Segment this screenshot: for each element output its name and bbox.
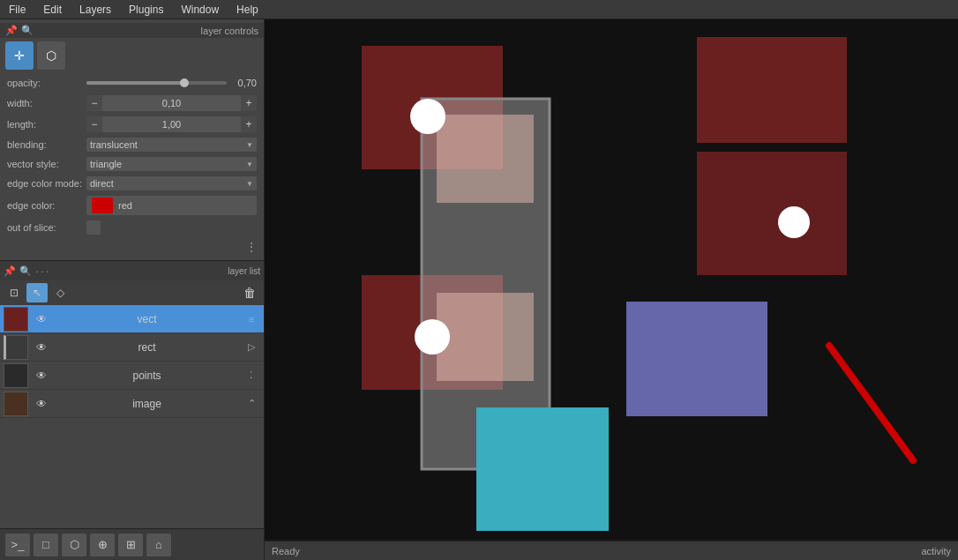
layers-container: 👁 vect ≡ 👁 rect ▷ 👁 points ⁚ [0,305,264,528]
canvas-area[interactable]: Ready activity [265,19,958,560]
edge-color-mode-row: edge color mode: direct colormap ▼ [0,174,264,193]
cursor-tool-button[interactable]: ↖ [26,283,48,302]
status-bar: Ready activity [265,541,958,560]
layer-list-section: 📌 🔍 ··· layer list ⊡ ↖ ◇ 🗑 👁 vect [0,260,264,560]
controls-dots-area: ⋮ [0,237,264,257]
width-decrement-button[interactable]: − [86,95,102,111]
status-activity: activity [921,546,951,556]
layer-name-rect: rect [51,341,243,354]
length-decrement-button[interactable]: − [86,116,102,132]
layer-item-vect[interactable]: 👁 vect ≡ [0,305,264,333]
list-pin-icon[interactable]: 📌 [4,265,16,277]
menu-help[interactable]: Help [228,2,267,18]
out-of-slice-row: out of slice: [0,218,264,237]
move-tool-button[interactable]: ✛ [5,41,34,70]
menu-window[interactable]: Window [172,2,228,18]
edge-color-picker[interactable]: red [86,196,257,215]
layer-type-icon-points: ⁚ [243,367,260,385]
svg-rect-3 [697,152,847,275]
opacity-slider-track[interactable] [86,81,227,85]
menubar: File Edit Layers Plugins Window Help [0,0,958,19]
width-input: − 0,10 + [86,95,257,111]
layer-visibility-image[interactable]: 👁 [32,394,51,414]
edge-color-label: edge color: [7,200,86,211]
list-search-icon[interactable]: 🔍 [19,265,32,277]
layer-tool-row: ⊡ ↖ ◇ 🗑 [0,280,264,305]
svg-point-10 [778,206,810,238]
opacity-slider-fill [86,81,184,85]
edge-color-mode-label: edge color mode: [7,178,86,189]
vector-style-label: vector style: [7,159,86,169]
layer-item-points[interactable]: 👁 points ⁚ [0,362,264,390]
controls-more-button[interactable]: ⋮ [246,239,257,255]
layer-visibility-points[interactable]: 👁 [32,366,51,385]
blending-label: blending: [7,139,86,150]
edge-color-swatch [92,198,113,213]
opacity-slider-thumb[interactable] [180,78,189,87]
layer-item-rect[interactable]: 👁 rect ▷ [0,333,264,362]
lasso-tool-button[interactable]: ◇ [49,283,71,302]
layer-thumb-rect [4,335,28,360]
home-button[interactable]: ⌂ [146,534,171,556]
select-tool-button[interactable]: ⬡ [37,41,65,70]
svg-rect-7 [437,293,534,381]
width-label: width: [7,98,86,108]
main-layout: 📌 🔍 layer controls ✛ ⬡ opacity: 0,70 [0,19,958,560]
length-increment-button[interactable]: + [241,116,257,132]
opacity-row: opacity: 0,70 [0,73,264,93]
header-icons: 📌 🔍 [5,25,34,36]
length-input: − 1,00 + [86,116,257,132]
blending-select[interactable]: translucent normal multiply [86,138,257,152]
layer-visibility-rect[interactable]: 👁 [32,338,51,357]
layer-type-icon-image: ⌃ [243,395,260,413]
left-panel: 📌 🔍 layer controls ✛ ⬡ opacity: 0,70 [0,19,265,560]
add-button[interactable]: ⊕ [90,534,115,556]
edge-color-mode-value-area: direct colormap ▼ [86,176,257,190]
edge-color-value: red [118,200,132,211]
edge-color-value-area: red [86,196,257,215]
grid-button[interactable]: ⊞ [118,534,143,556]
blending-value-area: translucent normal multiply ▼ [86,138,257,152]
svg-point-9 [415,319,450,355]
layer-type-icon-vect: ≡ [243,310,260,328]
bottom-toolbar: >_ □ ⬡ ⊕ ⊞ ⌂ [0,528,264,560]
layer-name-points: points [51,370,243,382]
menu-plugins[interactable]: Plugins [120,2,172,18]
delete-layer-button[interactable]: 🗑 [239,283,260,302]
menu-edit[interactable]: Edit [34,2,71,18]
square-button[interactable]: □ [34,534,58,556]
layer-controls-section: 📌 🔍 layer controls ✛ ⬡ opacity: 0,70 [0,19,264,260]
layer-name-image: image [51,398,243,410]
edge-color-mode-select[interactable]: direct colormap [86,176,257,190]
list-dots-separator: ··· [35,264,51,278]
pin-icon[interactable]: 📌 [5,25,18,36]
opacity-value: 0,70 [230,78,257,88]
menu-layers[interactable]: Layers [71,2,120,18]
opacity-label: opacity: [7,78,86,88]
layer-type-icon-rect: ▷ [243,339,260,356]
terminal-button[interactable]: >_ [5,534,30,556]
vector-style-select[interactable]: triangle line arrow [86,157,257,171]
width-increment-button[interactable]: + [241,95,257,111]
svg-rect-12 [626,302,767,416]
opacity-value-area: 0,70 [86,78,257,88]
blending-select-wrap: translucent normal multiply ▼ [86,138,257,152]
search-icon[interactable]: 🔍 [21,25,34,36]
out-of-slice-checkbox[interactable] [86,220,101,235]
edge-color-row: edge color: red [0,193,264,218]
layer-thumb-points [4,363,28,388]
out-of-slice-value-area [86,220,257,235]
vector-style-row: vector style: triangle line arrow ▼ [0,154,264,174]
width-value: 0,10 [102,97,241,109]
svg-rect-2 [697,37,847,143]
select-all-button[interactable]: ⊡ [4,283,25,302]
out-of-slice-label: out of slice: [7,222,86,233]
cube-button[interactable]: ⬡ [62,534,86,556]
edge-color-mode-select-wrap: direct colormap ▼ [86,176,257,190]
menu-file[interactable]: File [0,2,34,18]
svg-rect-11 [476,407,609,531]
canvas-svg [265,19,958,560]
layer-visibility-vect[interactable]: 👁 [32,310,51,329]
layer-item-image[interactable]: 👁 image ⌃ [0,390,264,418]
vector-style-value-area: triangle line arrow ▼ [86,157,257,171]
